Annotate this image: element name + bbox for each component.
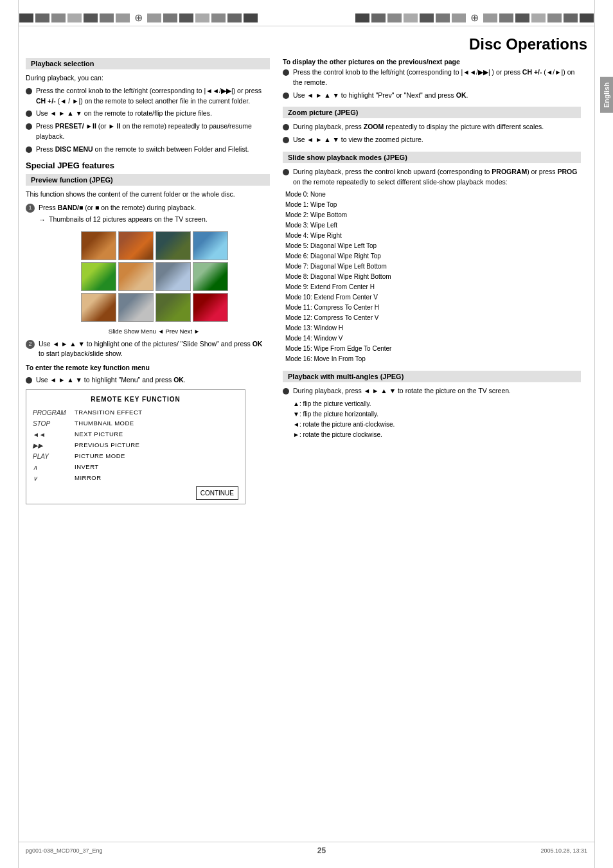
mode-16: Mode 16: Move In From Top bbox=[285, 354, 581, 364]
rk-row-stop: STOP THUMBNAIL MODE bbox=[33, 418, 238, 429]
thumbnail-grid bbox=[81, 231, 228, 322]
left-margin-line bbox=[18, 0, 19, 868]
bullet-dot bbox=[26, 88, 32, 94]
preview-step-1-text: Press BAND/■ (or ■ on the remote) during… bbox=[39, 203, 270, 226]
bottom-left-text: pg001-038_MCD700_37_Eng bbox=[26, 847, 103, 854]
step-number-2: 2 bbox=[26, 340, 35, 349]
mode-5: Mode 5: Diagonal Wipe Left Top bbox=[285, 241, 581, 251]
multi-angles-heading: Playback with multi-angles (JPEG) bbox=[283, 371, 581, 382]
multi-angles-intro-item: During playback, press ◄ ► ▲ ▼ to rotate… bbox=[283, 386, 581, 396]
thumbnail-grid-container: Slide Show Menu ◄ Prev Next ► bbox=[39, 231, 270, 336]
thumb-1 bbox=[81, 231, 116, 260]
thumb-4 bbox=[193, 231, 228, 260]
playback-selection-content: During playback, you can: Press the cont… bbox=[26, 73, 270, 154]
playback-item-1: Press the control knob to the left/right… bbox=[26, 86, 270, 107]
angle-item-left: ◄: rotate the picture anti-clockwise. bbox=[293, 420, 581, 430]
thumb-8 bbox=[193, 262, 228, 291]
continue-button-container: CONTINUE bbox=[33, 486, 238, 500]
mode-9: Mode 9: Extend From Center H bbox=[285, 282, 581, 292]
playback-selection-heading: Playback selection bbox=[26, 58, 270, 69]
zoom-item-1: During playback, press ZOOM repeatedly t… bbox=[283, 122, 581, 132]
thumb-2 bbox=[118, 231, 154, 260]
rk-key-program: PROGRAM bbox=[33, 407, 68, 418]
thumb-11 bbox=[155, 293, 191, 322]
playback-intro: During playback, you can: bbox=[26, 73, 270, 84]
bullet-dot bbox=[283, 388, 289, 394]
preview-step-1: 1 Press BAND/■ (or ■ on the remote) duri… bbox=[26, 203, 270, 226]
mode-15: Mode 15: Wipe From Edge To Center bbox=[285, 344, 581, 354]
rk-row-down: ∨ MIRROR bbox=[33, 473, 238, 484]
mode-8: Mode 8: Diagonal Wipe Right Bottom bbox=[285, 272, 581, 282]
zoom-heading: Zoom picture (JPEG) bbox=[283, 107, 581, 118]
special-jpeg-heading: Special JPEG features bbox=[26, 161, 270, 170]
thumb-7 bbox=[155, 262, 191, 291]
zoom-item-2-text: Use ◄ ► ▲ ▼ to view the zoomed picture. bbox=[293, 135, 581, 145]
remote-key-table: REMOTE KEY FUNCTION PROGRAM TRANSITION E… bbox=[26, 389, 245, 504]
remote-key-heading: To enter the remote key function menu bbox=[26, 363, 270, 373]
bullet-dot bbox=[26, 146, 32, 153]
rk-val-stop: THUMBNAIL MODE bbox=[75, 418, 238, 429]
remote-key-text: Use ◄ ► ▲ ▼ to highlight "Menu" and pres… bbox=[26, 375, 270, 385]
multi-angles-content: During playback, press ◄ ► ▲ ▼ to rotate… bbox=[283, 386, 581, 440]
mode-11: Mode 11: Compress To Center H bbox=[285, 303, 581, 313]
angles-list: ▲: flip the picture vertically. ▼: flip … bbox=[283, 399, 581, 440]
rk-val-prev: NEXT PICTURE bbox=[75, 429, 238, 440]
playback-item-3: Press PRESET/ ►II (or ► II on the remote… bbox=[26, 121, 270, 142]
playback-item-2-text: Use ◄ ► ▲ ▼ on the remote to rotate/flip… bbox=[36, 109, 270, 119]
thumb-3 bbox=[155, 231, 191, 260]
bullet-dot bbox=[26, 377, 32, 384]
playback-item-4: Press DISC MENU on the remote to switch … bbox=[26, 145, 270, 155]
crosshair-symbol: ⊕ bbox=[134, 12, 143, 24]
preview-text: This function shows the content of the c… bbox=[26, 190, 270, 200]
rk-row-play: PLAY PICTURE MODE bbox=[33, 451, 238, 462]
rk-row-prev: ◄◄ NEXT PICTURE bbox=[33, 429, 238, 440]
rk-key-stop: STOP bbox=[33, 418, 68, 429]
thumb-9 bbox=[81, 293, 116, 322]
display-other-content: Press the control knob to the left/right… bbox=[283, 67, 581, 100]
angle-item-right: ►: rotate the picture clockwise. bbox=[293, 430, 581, 440]
right-margin-line bbox=[594, 0, 595, 868]
bullet-dot bbox=[26, 123, 32, 130]
bullet-dot bbox=[283, 169, 289, 175]
mode-6: Mode 6: Diagonal Wipe Right Top bbox=[285, 251, 581, 261]
thumb-6 bbox=[118, 262, 154, 291]
top-margin-line bbox=[18, 26, 595, 26]
bottom-margin-line bbox=[18, 842, 595, 842]
playback-item-2: Use ◄ ► ▲ ▼ on the remote to rotate/flip… bbox=[26, 109, 270, 119]
rk-key-up: ∧ bbox=[33, 462, 68, 473]
rk-val-program: TRANSITION EFFECT bbox=[75, 407, 238, 418]
preview-arrow-note: → Thumbnails of 12 pictures appears on t… bbox=[39, 215, 270, 226]
content-area: Playback selection During playback, you … bbox=[26, 58, 581, 829]
rk-val-play: PICTURE MODE bbox=[75, 451, 238, 462]
thumb-nav-text: Slide Show Menu ◄ Prev Next ► bbox=[109, 327, 200, 336]
rk-row-next: ▶▶ PREVIOUS PICTURE bbox=[33, 440, 238, 451]
rk-row-program: PROGRAM TRANSITION EFFECT bbox=[33, 407, 238, 418]
mode-14: Mode 14: Window V bbox=[285, 333, 581, 344]
crosshair-symbol-right: ⊕ bbox=[470, 12, 479, 24]
rk-val-down: MIRROR bbox=[75, 473, 238, 484]
mode-2: Mode 2: Wipe Bottom bbox=[285, 210, 581, 220]
remote-key-instruction: Use ◄ ► ▲ ▼ to highlight "Menu" and pres… bbox=[36, 375, 270, 385]
mode-7: Mode 7: Diagonal Wipe Left Bottom bbox=[285, 261, 581, 272]
zoom-item-1-text: During playback, press ZOOM repeatedly t… bbox=[293, 122, 581, 132]
slideshow-intro-item: During playback, press the control knob … bbox=[283, 167, 581, 188]
bullet-dot bbox=[283, 93, 289, 99]
right-column: To display the other pictures on the pre… bbox=[283, 58, 581, 829]
preview-arrow-text: Thumbnails of 12 pictures appears on the… bbox=[49, 215, 208, 226]
mode-12: Mode 12: Compress To Center V bbox=[285, 313, 581, 323]
mode-13: Mode 13: Window H bbox=[285, 323, 581, 333]
zoom-item-2: Use ◄ ► ▲ ▼ to view the zoomed picture. bbox=[283, 135, 581, 145]
rk-key-down: ∨ bbox=[33, 473, 68, 484]
continue-box[interactable]: CONTINUE bbox=[196, 486, 238, 500]
preview-function-heading: Preview function (JPEG) bbox=[26, 174, 270, 186]
bullet-dot bbox=[283, 124, 289, 130]
preview-step-2: 2 Use ◄ ► ▲ ▼ to highlight one of the pi… bbox=[26, 339, 270, 360]
display-other-item-2: Use ◄ ► ▲ ▼ to highlight "Prev" or "Next… bbox=[283, 91, 581, 101]
mode-4: Mode 4: Wipe Right bbox=[285, 231, 581, 241]
preview-step-2-text: Use ◄ ► ▲ ▼ to highlight one of the pict… bbox=[39, 339, 270, 360]
mode-1: Mode 1: Wipe Top bbox=[285, 200, 581, 210]
page-title-area: Disc Operations bbox=[469, 35, 587, 53]
page-title: Disc Operations bbox=[469, 35, 587, 53]
thumb-5 bbox=[81, 262, 116, 291]
rk-key-next: ▶▶ bbox=[33, 440, 68, 451]
